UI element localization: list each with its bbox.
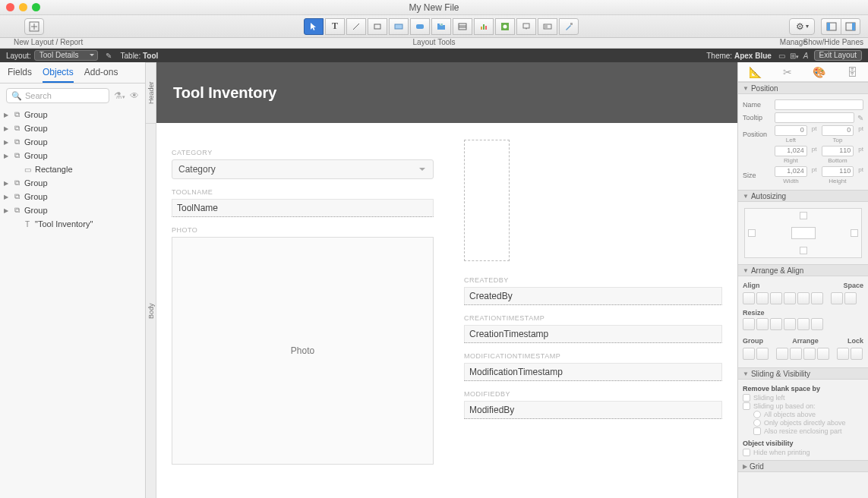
inspector-tab-data[interactable]: 🗄 [847, 66, 857, 78]
tree-row[interactable]: ▶⧉Group [3, 135, 142, 149]
resize-3[interactable] [770, 318, 782, 330]
chart-tool[interactable] [474, 18, 494, 35]
filter-icon[interactable]: ⚗▾ [114, 90, 125, 101]
creationts-field[interactable]: CreationTimestamp [464, 325, 722, 343]
align-top-button[interactable] [784, 292, 796, 304]
resize-5[interactable] [797, 318, 810, 330]
part-header-handle[interactable]: Header [146, 62, 156, 123]
tree-row[interactable]: T"Tool Inventory" [3, 217, 142, 231]
rectangle-tool[interactable] [368, 18, 387, 35]
exit-layout-button[interactable]: Exit Layout [814, 50, 862, 61]
popover-tool[interactable] [516, 18, 536, 35]
align-bottom-button[interactable] [811, 292, 823, 304]
disclosure-icon[interactable]: ▶ [3, 125, 9, 132]
only-direct-radio[interactable] [753, 419, 761, 427]
section-arrange[interactable]: ▼Arrange & Align [738, 264, 868, 276]
pos-top-input[interactable]: 0 [822, 125, 854, 136]
disclosure-icon[interactable]: ▶ [3, 180, 9, 187]
unlock-button[interactable] [851, 348, 863, 360]
ungroup-button[interactable] [756, 348, 769, 360]
disclosure-icon[interactable]: ▶ [3, 112, 9, 118]
text-style-icon[interactable]: A [803, 52, 809, 60]
modifiedby-field[interactable]: ModifiedBy [464, 401, 722, 419]
disclosure-icon[interactable]: ▶ [3, 153, 9, 159]
tree-row[interactable]: ▶⧉Group [3, 149, 142, 162]
new-layout-button[interactable] [24, 18, 44, 35]
modts-field[interactable]: ModificationTimestamp [464, 363, 722, 381]
toggle-right-pane-button[interactable] [841, 18, 860, 35]
align-left-button[interactable] [743, 292, 755, 304]
selection-marquee[interactable] [464, 140, 510, 261]
section-position[interactable]: ▼Position [738, 82, 868, 94]
disclosure-icon[interactable]: ▶ [3, 207, 9, 214]
photo-container[interactable]: Photo [172, 237, 434, 465]
align-middle-button[interactable] [797, 292, 810, 304]
insp-name-input[interactable] [775, 99, 863, 110]
section-grid[interactable]: ▶Grid [738, 460, 868, 472]
tree-row[interactable]: ▶⧉Group [3, 108, 142, 121]
size-height-input[interactable]: 110 [822, 166, 854, 177]
hide-printing-checkbox[interactable] [743, 449, 750, 456]
visibility-icon[interactable]: 👁 [130, 90, 139, 101]
tree-row[interactable]: ▶⧉Group [3, 176, 142, 190]
resize-6[interactable] [811, 318, 823, 330]
pos-left-input[interactable]: 0 [775, 125, 807, 136]
layout-selector[interactable]: Tool Details [34, 50, 98, 61]
align-center-button[interactable] [756, 292, 769, 304]
bring-front-button[interactable] [776, 348, 788, 360]
manage-layouts-button[interactable]: ⚙▾ [789, 18, 815, 35]
tab-objects[interactable]: Objects [43, 67, 74, 83]
category-field[interactable]: Category [172, 159, 434, 179]
screen-icon[interactable]: ▭ [778, 52, 785, 60]
space-v-button[interactable] [844, 292, 857, 304]
all-above-radio[interactable] [753, 411, 761, 418]
bring-forward-button[interactable] [790, 348, 802, 360]
tree-row[interactable]: ▶⧉Group [3, 190, 142, 203]
pos-right-input[interactable]: 1,024 [775, 146, 807, 156]
sliding-up-checkbox[interactable] [743, 402, 750, 410]
toggle-left-pane-button[interactable] [821, 18, 841, 35]
createdby-field[interactable]: CreatedBy [464, 287, 722, 305]
disclosure-icon[interactable]: ▶ [3, 139, 9, 146]
autosizing-control[interactable] [744, 208, 862, 258]
align-right-button[interactable] [770, 292, 782, 304]
group-button[interactable] [743, 348, 755, 360]
section-sliding[interactable]: ▼Sliding & Visibility [738, 367, 868, 380]
objects-search-input[interactable]: 🔍 Search [6, 88, 109, 103]
tab-control-tool[interactable] [431, 18, 451, 35]
send-backward-button[interactable] [803, 348, 816, 360]
line-tool[interactable] [346, 18, 366, 35]
button-tool[interactable] [410, 18, 430, 35]
also-resize-checkbox[interactable] [753, 427, 761, 435]
resize-2[interactable] [756, 318, 769, 330]
format-painter-tool[interactable] [559, 18, 579, 35]
space-h-button[interactable] [831, 292, 843, 304]
inspector-tab-position[interactable]: 📐 [749, 66, 762, 78]
tab-fields[interactable]: Fields [8, 67, 32, 83]
toolname-field[interactable]: ToolName [172, 199, 434, 217]
lock-button[interactable] [837, 348, 849, 360]
tab-addons[interactable]: Add-ons [84, 67, 118, 83]
tree-row[interactable]: ▶⧉Group [3, 203, 142, 217]
inspector-tab-styles[interactable]: ✂ [783, 66, 792, 78]
slide-control-tool[interactable] [538, 18, 557, 35]
pointer-tool[interactable] [304, 18, 324, 35]
section-autosizing[interactable]: ▼Autosizing [738, 190, 868, 202]
send-back-button[interactable] [817, 348, 829, 360]
web-viewer-tool[interactable] [495, 18, 515, 35]
field-tool[interactable] [389, 18, 409, 35]
part-body-handle[interactable]: Body [146, 123, 156, 498]
grid-settings-icon[interactable]: ⊞▾ [790, 52, 799, 60]
size-width-input[interactable]: 1,024 [775, 166, 807, 177]
edit-layout-icon[interactable]: ✎ [106, 52, 112, 60]
sliding-left-checkbox[interactable] [743, 394, 750, 402]
text-tool[interactable]: T [325, 18, 345, 35]
tree-row[interactable]: ▶⧉Group [3, 121, 142, 135]
resize-1[interactable] [743, 318, 755, 330]
pos-bottom-input[interactable]: 110 [822, 146, 854, 156]
insp-tooltip-input[interactable] [775, 112, 854, 123]
inspector-tab-appearance[interactable]: 🎨 [813, 66, 825, 78]
disclosure-icon[interactable]: ▶ [3, 194, 9, 200]
pencil-icon[interactable]: ✎ [857, 114, 863, 122]
portal-tool[interactable] [453, 18, 472, 35]
